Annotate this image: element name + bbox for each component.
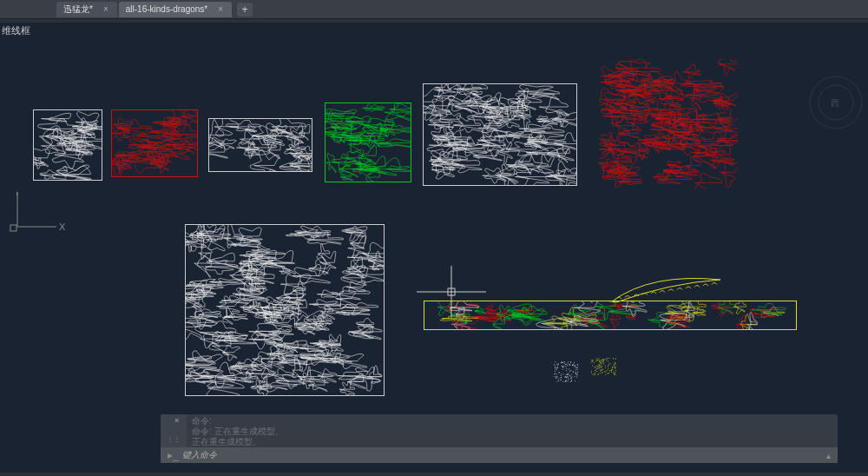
svg-rect-92 (574, 362, 575, 363)
svg-rect-155 (603, 364, 604, 365)
svg-rect-146 (607, 358, 608, 359)
panel-2[interactable] (111, 109, 198, 177)
svg-rect-30 (565, 364, 566, 365)
svg-rect-222 (599, 367, 600, 367)
svg-rect-183 (615, 374, 615, 374)
svg-rect-213 (592, 361, 593, 362)
svg-rect-89 (560, 380, 561, 380)
panel-1[interactable] (33, 109, 102, 181)
svg-rect-154 (614, 374, 615, 375)
svg-rect-117 (562, 362, 563, 363)
svg-rect-166 (606, 359, 607, 360)
drawing-canvas[interactable]: 维线框 X Y 西 ⋮⋮ × 命令: 命令: 正在重生成模型。 正在重生成模型。 (0, 23, 868, 476)
svg-rect-128 (609, 370, 610, 371)
command-window[interactable]: ⋮⋮ × 命令: 命令: 正在重生成模型。 正在重生成模型。 ▸_ 键入命令 ▴ (161, 414, 838, 463)
ucs-x-label: X (59, 221, 66, 232)
close-icon[interactable]: × (216, 4, 225, 14)
svg-rect-132 (602, 370, 603, 371)
svg-rect-76 (575, 374, 576, 374)
svg-rect-197 (602, 363, 602, 364)
panel-6[interactable] (599, 59, 738, 189)
close-icon[interactable]: × (102, 4, 110, 14)
svg-rect-113 (566, 370, 567, 371)
svg-rect-16 (556, 364, 557, 365)
panel-4[interactable] (325, 102, 411, 182)
svg-rect-70 (556, 369, 556, 370)
svg-rect-156 (615, 373, 615, 374)
svg-rect-211 (595, 367, 596, 368)
svg-rect-28 (572, 377, 573, 378)
svg-rect-73 (576, 377, 577, 378)
svg-rect-140 (608, 358, 609, 359)
svg-rect-220 (596, 359, 597, 360)
svg-rect-148 (602, 369, 603, 370)
svg-rect-104 (555, 367, 556, 368)
svg-rect-82 (575, 366, 575, 367)
svg-rect-151 (601, 370, 602, 371)
svg-rect-182 (611, 372, 612, 373)
command-input-row[interactable]: ▸_ 键入命令 ▴ (161, 447, 838, 463)
panel-3[interactable] (208, 118, 312, 172)
command-recent-icon[interactable]: ▴ (823, 451, 834, 460)
visual-style-label[interactable]: 维线框 (2, 24, 30, 37)
svg-rect-203 (597, 368, 598, 369)
svg-rect-195 (602, 361, 603, 362)
svg-rect-114 (564, 377, 565, 378)
svg-rect-78 (577, 364, 578, 365)
svg-rect-188 (601, 362, 602, 363)
svg-rect-66 (563, 367, 564, 368)
svg-rect-189 (612, 367, 613, 367)
svg-rect-52 (564, 363, 565, 364)
svg-rect-125 (556, 377, 556, 378)
svg-rect-63 (563, 366, 564, 367)
svg-rect-149 (601, 367, 602, 367)
svg-rect-169 (612, 369, 613, 370)
svg-rect-49 (570, 362, 571, 363)
ucs-y-label: Y (14, 192, 21, 197)
svg-rect-32 (556, 367, 557, 368)
svg-rect-245 (594, 362, 595, 363)
svg-rect-187 (615, 359, 616, 360)
panel-5[interactable] (423, 83, 577, 186)
svg-rect-208 (592, 365, 593, 366)
svg-rect-228 (600, 362, 601, 363)
svg-rect-244 (612, 367, 613, 368)
svg-rect-101 (570, 378, 571, 379)
svg-rect-118 (571, 378, 572, 379)
svg-rect-173 (609, 364, 610, 365)
svg-rect-247 (608, 365, 609, 366)
svg-rect-59 (555, 366, 556, 367)
svg-rect-105 (577, 374, 578, 375)
svg-rect-224 (613, 371, 614, 372)
svg-rect-39 (559, 373, 560, 374)
svg-rect-111 (558, 365, 559, 366)
viewcube[interactable]: 西 (808, 75, 865, 131)
svg-rect-246 (615, 370, 616, 371)
svg-rect-168 (601, 367, 602, 368)
tab-file-1[interactable]: 迅猛龙* × (56, 2, 117, 17)
svg-rect-238 (615, 372, 615, 373)
svg-rect-50 (575, 373, 576, 374)
svg-rect-64 (575, 376, 575, 377)
svg-rect-77 (569, 364, 570, 365)
svg-rect-204 (615, 366, 616, 367)
command-prompt-icon: ▸_ (168, 449, 179, 461)
svg-rect-152 (601, 369, 602, 370)
svg-rect-184 (612, 367, 613, 368)
command-history: 命令: 命令: 正在重生成模型。 正在重生成模型。 (161, 414, 838, 449)
svg-rect-9 (558, 379, 559, 380)
svg-rect-127 (561, 374, 562, 374)
svg-rect-227 (602, 372, 602, 373)
svg-rect-130 (596, 371, 597, 372)
panel-7[interactable] (185, 224, 385, 396)
command-input[interactable]: 键入命令 (182, 449, 823, 461)
svg-rect-97 (562, 367, 563, 367)
svg-rect-48 (569, 371, 570, 372)
svg-rect-20 (569, 374, 569, 374)
new-tab-button[interactable]: + (237, 3, 253, 17)
svg-rect-74 (556, 374, 557, 374)
svg-rect-221 (593, 360, 594, 360)
tab-file-2[interactable]: all-16-kinds-dragons* × (119, 2, 232, 17)
svg-rect-175 (603, 360, 604, 361)
svg-rect-88 (572, 365, 573, 366)
